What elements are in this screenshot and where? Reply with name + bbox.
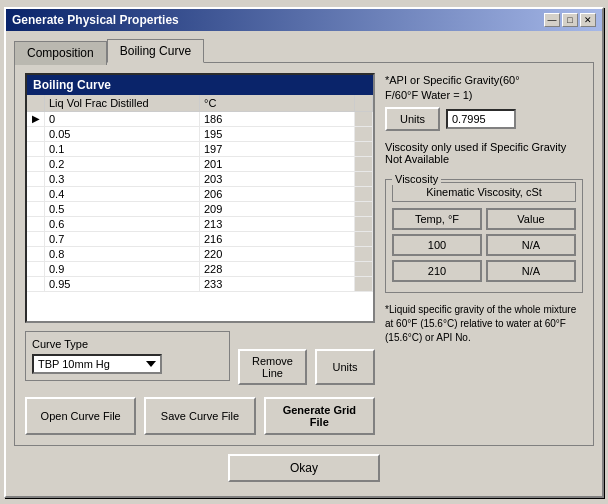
window-title: Generate Physical Properties: [12, 13, 179, 27]
maximize-button[interactable]: □: [562, 13, 578, 27]
right-panel: *API or Specific Gravity(60° F/60°F Wate…: [385, 73, 583, 435]
api-row: Units: [385, 107, 583, 131]
temp-header: Temp, °F: [392, 208, 482, 230]
table-row[interactable]: 0.4 206: [27, 187, 373, 202]
window-content: Composition Boiling Curve Boiling Curve …: [6, 31, 602, 496]
table-row[interactable]: 0.9 228: [27, 262, 373, 277]
tab-bar: Composition Boiling Curve: [14, 39, 594, 63]
main-window: Generate Physical Properties — □ ✕ Compo…: [4, 7, 604, 498]
title-bar: Generate Physical Properties — □ ✕: [6, 9, 602, 31]
table-row[interactable]: 0.8 220: [27, 247, 373, 262]
scroll-cell: [355, 262, 373, 276]
table-row[interactable]: 0.95 233: [27, 277, 373, 292]
row-indicator: [27, 232, 45, 246]
col1-header: Liq Vol Frac Distilled: [45, 95, 200, 111]
api-value-field[interactable]: [446, 109, 516, 129]
col1-cell[interactable]: 0.6: [45, 217, 200, 231]
scroll-cell: [355, 172, 373, 186]
col1-cell[interactable]: 0.7: [45, 232, 200, 246]
table-row[interactable]: ▶ 0 186: [27, 112, 373, 127]
tab-composition[interactable]: Composition: [14, 41, 107, 65]
minimize-button[interactable]: —: [544, 13, 560, 27]
row-indicator: [27, 172, 45, 186]
close-button[interactable]: ✕: [580, 13, 596, 27]
scroll-cell: [355, 127, 373, 141]
scroll-cell: [355, 112, 373, 126]
scroll-cell: [355, 157, 373, 171]
col2-cell[interactable]: 220: [200, 247, 355, 261]
table-header: Boiling Curve: [27, 75, 373, 95]
api-desc-line1: *API or Specific Gravity(60°: [385, 73, 583, 88]
table-row[interactable]: 0.7 216: [27, 232, 373, 247]
row-indicator: [27, 187, 45, 201]
col1-cell[interactable]: 0.3: [45, 172, 200, 186]
units-button[interactable]: Units: [385, 107, 440, 131]
col2-cell[interactable]: 203: [200, 172, 355, 186]
col2-cell[interactable]: 186: [200, 112, 355, 126]
bottom-note: *Liquid specific gravity of the whole mi…: [385, 303, 583, 345]
col1-cell[interactable]: 0.05: [45, 127, 200, 141]
scroll-cell: [355, 217, 373, 231]
viscosity-rows: 100 N/A 210 N/A: [392, 234, 576, 282]
main-panel: Boiling Curve Liq Vol Frac Distilled °C …: [14, 62, 594, 446]
col1-cell[interactable]: 0: [45, 112, 200, 126]
col1-cell[interactable]: 0.1: [45, 142, 200, 156]
col2-cell[interactable]: 197: [200, 142, 355, 156]
col2-header: °C: [200, 95, 355, 111]
col2-cell[interactable]: 209: [200, 202, 355, 216]
generate-grid-file-button[interactable]: Generate Grid File: [264, 397, 375, 435]
visc-temp: 210: [392, 260, 482, 282]
col1-cell[interactable]: 0.9: [45, 262, 200, 276]
tab-boiling-curve[interactable]: Boiling Curve: [107, 39, 204, 63]
row-indicator: [27, 202, 45, 216]
row-indicator: [27, 142, 45, 156]
col2-cell[interactable]: 233: [200, 277, 355, 291]
col2-cell[interactable]: 228: [200, 262, 355, 276]
table-row[interactable]: 0.2 201: [27, 157, 373, 172]
table-row[interactable]: 0.5 209: [27, 202, 373, 217]
boiling-curve-table: Boiling Curve Liq Vol Frac Distilled °C …: [25, 73, 375, 323]
remove-line-button[interactable]: Remove Line: [238, 349, 307, 385]
visc-value: N/A: [486, 260, 576, 282]
col1-cell[interactable]: 0.4: [45, 187, 200, 201]
table-row[interactable]: 0.1 197: [27, 142, 373, 157]
col1-cell[interactable]: 0.8: [45, 247, 200, 261]
col2-cell[interactable]: 213: [200, 217, 355, 231]
table-row[interactable]: 0.6 213: [27, 217, 373, 232]
viscosity-group: Viscosity Kinematic Viscosity, cSt Temp,…: [385, 179, 583, 293]
col2-cell[interactable]: 216: [200, 232, 355, 246]
col1-cell[interactable]: 0.95: [45, 277, 200, 291]
curve-type-dropdown[interactable]: TBP 10mm HgTBP AtmASTM D86ASTM D1160: [32, 354, 162, 374]
api-section: *API or Specific Gravity(60° F/60°F Wate…: [385, 73, 583, 132]
viscosity-table: Kinematic Viscosity, cSt Temp, °F Value …: [392, 182, 576, 282]
row-indicator-col: [27, 95, 45, 111]
table-row[interactable]: 0.05 195: [27, 127, 373, 142]
col1-cell[interactable]: 0.5: [45, 202, 200, 216]
viscosity-note: Viscosity only used if Specific Gravity …: [385, 141, 583, 165]
col2-cell[interactable]: 195: [200, 127, 355, 141]
left-panel: Boiling Curve Liq Vol Frac Distilled °C …: [25, 73, 375, 435]
row-indicator: [27, 217, 45, 231]
scroll-cell: [355, 247, 373, 261]
window-controls: — □ ✕: [544, 13, 596, 27]
save-curve-file-button[interactable]: Save Curve File: [144, 397, 255, 435]
visc-col-headers: Temp, °F Value: [392, 208, 576, 230]
visc-value: N/A: [486, 234, 576, 256]
visc-row: 210 N/A: [392, 260, 576, 282]
col1-cell[interactable]: 0.2: [45, 157, 200, 171]
row-indicator: [27, 157, 45, 171]
col2-cell[interactable]: 201: [200, 157, 355, 171]
curve-type-group: Curve Type TBP 10mm HgTBP AtmASTM D86AST…: [25, 331, 230, 381]
open-curve-file-button[interactable]: Open Curve File: [25, 397, 136, 435]
row-indicator: [27, 247, 45, 261]
row-indicator: ▶: [27, 112, 45, 126]
scroll-cell: [355, 232, 373, 246]
kin-visc-header: Kinematic Viscosity, cSt: [392, 182, 576, 202]
visc-row: 100 N/A: [392, 234, 576, 256]
col2-cell[interactable]: 206: [200, 187, 355, 201]
table-row[interactable]: 0.3 203: [27, 172, 373, 187]
units-small-button[interactable]: Units: [315, 349, 375, 385]
table-col-headers: Liq Vol Frac Distilled °C: [27, 95, 373, 112]
okay-button[interactable]: Okay: [228, 454, 380, 482]
scroll-cell: [355, 202, 373, 216]
